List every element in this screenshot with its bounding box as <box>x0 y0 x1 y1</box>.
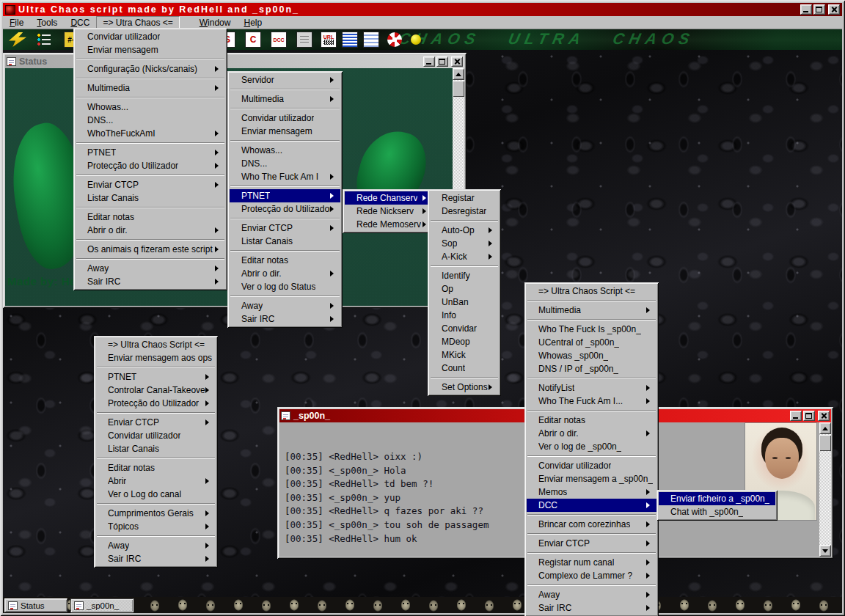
menu-item[interactable]: Who The Fuck Am I... <box>527 395 656 408</box>
menu-window[interactable]: Window <box>193 16 238 29</box>
menu-item[interactable]: Brincar com corezinhas <box>527 518 656 531</box>
menu-item[interactable]: Auto-Op <box>430 224 499 237</box>
query-close-button[interactable] <box>818 411 830 421</box>
menu-item[interactable]: Whowas... <box>230 144 340 157</box>
menu-item[interactable]: Away <box>230 299 340 312</box>
menu-item[interactable]: Protecção do Utilizador <box>76 159 225 172</box>
menu-item[interactable]: Enviar mensagem aos ops <box>96 351 216 364</box>
menu-item[interactable]: Rede Nickserv <box>345 205 433 218</box>
menu-item[interactable]: Away <box>527 588 656 601</box>
menu-item[interactable]: Ver o log de _sp00n_ <box>527 440 656 453</box>
switchbar-list-icon[interactable] <box>343 32 357 47</box>
playlist-icon[interactable] <box>37 32 51 47</box>
menu-item[interactable]: Registar <box>430 191 499 205</box>
menu-item[interactable]: Rede Memoserv <box>345 218 433 231</box>
menu-item[interactable]: Sair IRC <box>527 601 656 615</box>
menu-item[interactable]: PTNET <box>76 146 225 159</box>
query-maximize-button[interactable] <box>803 411 815 421</box>
menu-item[interactable]: Enviar CTCP <box>527 537 656 550</box>
lightning-icon[interactable] <box>9 32 26 47</box>
menu-item[interactable]: Convidar utilizador <box>76 30 225 43</box>
url-catcher-icon[interactable]: URL <box>321 32 336 47</box>
menu-item[interactable]: Enviar CTCP <box>96 416 216 429</box>
menu-item[interactable]: DNS... <box>76 114 225 127</box>
menu-item[interactable]: Who The Fuck Am I <box>230 170 340 183</box>
menu-item[interactable]: UnBan <box>430 296 499 309</box>
toolbar-list-icon[interactable] <box>364 32 378 47</box>
menu-item[interactable]: Whowas... <box>76 100 225 114</box>
menu-item[interactable]: Enviar mensagem <box>230 125 340 138</box>
menu-item[interactable]: Abrir o dir. <box>527 427 656 440</box>
menu-item[interactable]: Editar notas <box>76 210 225 224</box>
menu-item[interactable]: DCC <box>527 499 656 512</box>
menu-item[interactable]: UCentral of _sp00n_ <box>527 336 656 349</box>
menu-item[interactable]: Identify <box>430 269 499 282</box>
menu-item[interactable]: PTNET <box>230 189 340 202</box>
menu-item[interactable]: Complexo de Lammer ? <box>527 569 656 582</box>
menu-item[interactable]: Listar Canais <box>230 235 340 248</box>
menu-item[interactable]: Whowas _sp00n_ <box>527 349 656 362</box>
menu-item[interactable]: Listar Canais <box>96 442 216 455</box>
menu-help[interactable]: Help <box>237 16 268 29</box>
menu-ultra-chaos[interactable]: => Utra Chaos <= <box>96 16 179 29</box>
menu-item[interactable]: Editar notas <box>230 254 340 267</box>
menu-item[interactable]: Enviar CTCP <box>76 178 225 191</box>
menu-item[interactable]: WhoTheFuckAmI <box>76 127 225 140</box>
status-minimize-button[interactable] <box>423 56 435 67</box>
menu-item[interactable]: Sair IRC <box>76 275 225 288</box>
query-minimize-button[interactable] <box>790 411 802 421</box>
menu-item[interactable]: Abrir o dir. <box>76 224 225 237</box>
menu-item[interactable]: Desregistar <box>430 205 499 218</box>
notepad-icon[interactable] <box>297 32 312 47</box>
menu-item[interactable]: Ver o Log do canal <box>96 488 216 501</box>
menu-item[interactable]: Memos <box>527 485 656 499</box>
menu-item[interactable]: DNS / IP of _sp00n_ <box>527 362 656 375</box>
close-button[interactable] <box>828 4 840 15</box>
menu-file[interactable]: File <box>3 16 30 29</box>
help-lifering-icon[interactable] <box>387 32 402 47</box>
menu-item[interactable]: Away <box>76 262 225 275</box>
menu-item[interactable]: Controlar Canal-Takeover <box>96 384 216 397</box>
menu-item[interactable]: Protecção do Utilizador <box>96 397 216 410</box>
chat-log[interactable]: [00:35] <RedHell> oixx :)[00:35] <_sp00n… <box>285 451 489 546</box>
menu-item[interactable]: Convidar <box>430 322 499 335</box>
menu-item[interactable]: DNS... <box>230 157 340 170</box>
status-close-button[interactable] <box>451 56 463 67</box>
menu-item[interactable]: Rede Chanserv <box>345 191 433 205</box>
ball-icon[interactable] <box>411 34 421 45</box>
app-titlebar[interactable]: Ultra Chaos script made by RedHell and _… <box>3 3 842 16</box>
menu-item[interactable]: Enviar mensagem a _sp00n_ <box>527 472 656 485</box>
menu-item[interactable]: Info <box>430 309 499 322</box>
menu-item[interactable]: Abrir o dir. <box>230 267 340 280</box>
menu-item[interactable]: MDeop <box>430 335 499 348</box>
taskbar-button-sp00n[interactable]: _sp00n_ <box>70 598 133 612</box>
menu-item[interactable]: Servidor <box>230 73 340 87</box>
menu-item[interactable]: Away <box>96 539 216 552</box>
menu-tools[interactable]: Tools <box>30 16 64 29</box>
menu-item[interactable]: Cumprimentos Gerais <box>96 507 216 520</box>
maximize-button[interactable] <box>813 4 825 15</box>
menu-item[interactable]: Count <box>430 362 499 375</box>
menu-dcc[interactable]: DCC <box>64 16 96 29</box>
menu-item[interactable]: Enviar CTCP <box>230 221 340 235</box>
menu-item[interactable]: MKick <box>430 348 499 362</box>
menu-item[interactable]: => Ultra Chaos Script <= <box>96 338 216 351</box>
menu-item[interactable]: Listar Canais <box>76 191 225 205</box>
scroll-down-icon[interactable] <box>819 545 831 557</box>
menu-item[interactable]: Registar num canal <box>527 556 656 569</box>
scroll-up-icon[interactable] <box>819 422 831 434</box>
menu-item[interactable]: Tópicos <box>96 520 216 533</box>
menu-item[interactable]: Enviar mensagem <box>76 43 225 56</box>
scrollbar-thumb[interactable] <box>819 435 831 451</box>
menu-item[interactable]: Sair IRC <box>96 552 216 565</box>
menu-item[interactable]: Who The Fuck Is _sp00n_ <box>527 323 656 336</box>
menu-item[interactable]: Editar notas <box>527 414 656 427</box>
menu-item[interactable]: Chat with _sp00n_ <box>659 505 775 518</box>
menu-item[interactable]: Protecção do Utilizador <box>230 202 340 216</box>
menu-item[interactable]: NotifyList <box>527 381 656 395</box>
menu-item[interactable]: Sop <box>430 237 499 250</box>
menu-item[interactable]: PTNET <box>96 370 216 384</box>
menu-item[interactable]: Multimedia <box>527 304 656 317</box>
menu-item[interactable]: Editar notas <box>96 461 216 474</box>
menu-item[interactable]: Sair IRC <box>230 312 340 326</box>
